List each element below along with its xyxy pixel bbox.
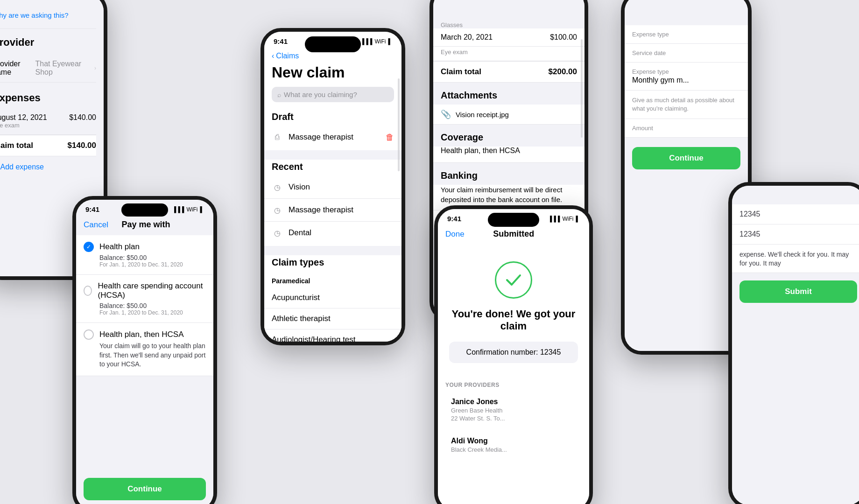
expense-type-rt: Eye exam (433, 47, 584, 61)
provider-name-label: Provider name (0, 60, 35, 77)
status-icons: ▐▐▐ WiFi ▌ (360, 38, 392, 45)
checkmark-svg (503, 270, 524, 290)
expense-type-field-2[interactable]: Expense type Monthly gym m... (625, 63, 748, 91)
hcsa-label: Health care spending account (HCSA) (98, 281, 206, 300)
recent-dental-label: Dental (289, 228, 394, 238)
paramedical-header: Paramedical (264, 272, 401, 287)
hcsa-option[interactable]: Health care spending account (HCSA) Bala… (76, 275, 213, 323)
provider-1-addr: 22 Water St. S. To... (451, 415, 576, 422)
attachment-filename: Vision receipt.jpg (456, 111, 509, 119)
fr-top-spacer (625, 18, 748, 25)
draft-item-label: Massage therapist (289, 133, 380, 142)
health-plan-label: Health plan (99, 242, 140, 252)
continue-btn[interactable]: Continue (84, 478, 206, 500)
done-button[interactable]: Done (445, 230, 465, 239)
attachment-row[interactable]: 📎 Vision receipt.jpg (433, 105, 584, 125)
audiologist-item[interactable]: Audiologist/Hearing test (264, 329, 401, 342)
health-plan-balance: Balance: $50.00 (84, 254, 206, 261)
expense-details: August 12, 2021 Eye exam (0, 113, 47, 129)
frb-number-1: 12345 (739, 210, 857, 218)
divider (0, 28, 96, 29)
attachments-title: Attachments (433, 83, 584, 105)
scrollbar-rt[interactable] (581, 39, 583, 138)
expense-row-rt[interactable]: March 20, 2021 $100.00 (433, 28, 584, 47)
expense-type-field[interactable]: Expense type (625, 25, 748, 44)
top-spacer-rt (433, 0, 584, 18)
provider-1[interactable]: Janice Jones Green Base Health 22 Water … (445, 392, 582, 427)
claim-total-row-rt: Claim total $200.00 (433, 61, 584, 83)
health-plan-header: ✓ Health plan (84, 242, 206, 252)
recent-item-vision[interactable]: ◷ Vision (264, 176, 401, 199)
coverage-title: Coverage (433, 125, 584, 147)
hp-hcsa-option[interactable]: Health plan, then HCSA Your claim will g… (76, 323, 213, 376)
recent-item-dental[interactable]: ◷ Dental (264, 222, 401, 244)
hp-hcsa-header: Health plan, then HCSA (84, 329, 206, 340)
signal-icon: ▐▐▐ (360, 38, 373, 45)
battery-icon-lb: ▌ (200, 206, 204, 213)
frb-btn-area: Submit (732, 273, 859, 310)
claim-total-row: Claim total $140.00 (0, 135, 96, 156)
search-icon: ⌕ (277, 91, 281, 98)
recent-item-massage[interactable]: ◷ Massage therapist (264, 199, 401, 222)
dynamic-island-lb (121, 203, 168, 217)
add-expense-btn[interactable]: + Add expense (0, 156, 96, 177)
frb-banking-text-2: for you. It may (739, 259, 857, 267)
give-detail-text: Give as much detail as possible about wh… (632, 96, 740, 113)
expense-type: Eye exam (0, 122, 47, 129)
success-circle (495, 261, 532, 299)
provider-2-name: Aldi Wong (451, 437, 576, 445)
clock-icon-2: ◷ (272, 204, 283, 216)
athletic-therapist-label: Athletic therapist (272, 314, 394, 323)
recent-massage-label: Massage therapist (289, 205, 394, 215)
why-asking-link[interactable]: Why are we asking this? (0, 11, 96, 19)
success-title: You're done! We got your claim (449, 308, 578, 332)
banking-title: Banking (433, 163, 584, 185)
hp-hcsa-label: Health plan, then HCSA (99, 330, 184, 339)
battery-icon: ▌ (388, 38, 392, 45)
provider-title: Provider (0, 36, 96, 49)
signal-icon-lb: ▐▐▐ (172, 206, 184, 213)
radio-hcsa (84, 286, 92, 296)
pay-title: Pay me with (121, 220, 170, 230)
page-title: New claim (264, 62, 401, 87)
right-bottom-phone: 9:41 ▐▐▐ WiFi ▌ Done Submitted You're do… (434, 205, 593, 504)
cancel-button[interactable]: Cancel (84, 220, 108, 230)
recent-list: ◷ Vision ◷ Massage therapist ◷ Dental (264, 176, 401, 244)
give-detail-field[interactable]: Give as much detail as possible about wh… (625, 91, 748, 119)
chevron-right-icon: › (94, 65, 96, 71)
scrollbar[interactable] (398, 78, 400, 171)
fr-btn-area: Continue (625, 138, 748, 179)
claim-total-label: Claim total (0, 141, 33, 150)
frb-green-btn[interactable]: Submit (739, 280, 857, 303)
amount-field[interactable]: Amount (625, 119, 748, 138)
pay-header: Cancel Pay me with (76, 216, 213, 235)
search-bar[interactable]: ⌕ What are you claiming? (272, 87, 394, 102)
trash-icon[interactable]: 🗑 (386, 133, 394, 142)
athletic-therapist-item[interactable]: Athletic therapist (264, 308, 401, 329)
radio-selected: ✓ (84, 242, 94, 252)
success-container: You're done! We got your claim Confirmat… (438, 243, 589, 374)
wifi-icon: WiFi (374, 38, 386, 45)
claim-types-list: Paramedical Acupuncturist Athletic thera… (264, 272, 401, 342)
provider-name-row[interactable]: Provider name That Eyewear Shop › (0, 54, 96, 83)
confirmation-box: Confirmation number: 12345 (449, 342, 578, 363)
battery-icon-rb: ▌ (576, 216, 580, 222)
recent-section-header: Recent (264, 160, 401, 176)
service-date-field[interactable]: Service date (625, 44, 748, 63)
acupuncturist-item[interactable]: Acupuncturist (264, 287, 401, 308)
top-spacer-fr (625, 0, 748, 18)
back-label: Claims (276, 52, 299, 60)
fr-green-btn[interactable]: Continue (632, 147, 740, 169)
expense-amount-rt: $100.00 (550, 33, 577, 42)
coverage-value: Health plan, then HCSA (433, 147, 584, 163)
provider-2-sub: Black Creek Media... (451, 446, 576, 453)
hcsa-balance: Balance: $50.00 (84, 302, 206, 309)
fr-content: Expense type Service date Expense type M… (625, 25, 748, 138)
provider-2[interactable]: Aldi Wong Black Creek Media... (445, 431, 582, 459)
expense-row[interactable]: August 12, 2021 Eye exam $140.00 (0, 108, 96, 135)
top-spacer-frb (732, 186, 859, 204)
service-date-label-fr: Service date (632, 49, 740, 56)
draft-item[interactable]: ⎙ Massage therapist 🗑 (264, 126, 401, 148)
draft-list: ⎙ Massage therapist 🗑 (264, 126, 401, 148)
health-plan-option[interactable]: ✓ Health plan Balance: $50.00 For Jan. 1… (76, 235, 213, 275)
